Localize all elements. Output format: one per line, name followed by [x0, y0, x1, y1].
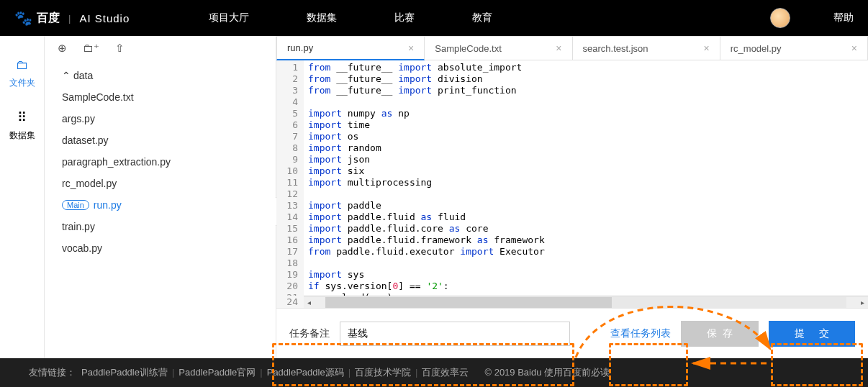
footer-copyright: © 2019 Baidu 使用百度前必读 — [484, 366, 610, 379]
close-icon[interactable]: × — [408, 42, 414, 54]
tab-label: search.test.json — [583, 43, 648, 54]
nav-projects[interactable]: 项目大厅 — [209, 12, 249, 24]
logo-studio: AI Studio — [79, 12, 130, 24]
workspace: 🗀 文件夹 ⠿ 数据集 ⊕ 🗀⁺ ⇧ ⌃ data SampleCode.txt… — [0, 36, 868, 358]
nav-education[interactable]: 教育 — [472, 12, 492, 24]
logo-divider: | — [68, 13, 71, 24]
tree-file[interactable]: vocab.py — [58, 237, 276, 259]
tree-file-main[interactable]: Main run.py — [58, 194, 276, 216]
footer-link[interactable]: PaddlePaddle训练营 — [81, 367, 168, 378]
editor-tab[interactable]: run.py× — [276, 36, 425, 60]
editor-tab[interactable]: rc_model.py× — [720, 36, 868, 60]
tree-file[interactable]: train.py — [58, 216, 276, 237]
avatar[interactable] — [770, 8, 790, 28]
tree-file[interactable]: rc_model.py — [58, 173, 276, 194]
tab-label: SampleCode.txt — [435, 43, 502, 54]
footer-label: 友情链接： — [29, 366, 76, 379]
editor-area: ◂ run.py×SampleCode.txt×search.test.json… — [276, 36, 868, 358]
upload-icon[interactable]: ⇧ — [115, 42, 125, 55]
task-note-label: 任务备注 — [289, 327, 330, 340]
tab-label: rc_model.py — [731, 43, 782, 54]
scroll-right-icon[interactable]: ▸ — [857, 299, 868, 306]
main-file-name: run.py — [94, 199, 122, 211]
tree-file[interactable]: dataset.py — [58, 129, 276, 151]
submit-button[interactable]: 提 交 — [769, 321, 855, 347]
footer: 友情链接： PaddlePaddle训练营|PaddlePaddle官网|Pad… — [0, 358, 868, 387]
scroll-left-icon[interactable]: ◂ — [304, 299, 315, 306]
left-rail: 🗀 文件夹 ⠿ 数据集 — [0, 36, 45, 358]
tree-file[interactable]: paragraph_extraction.py — [58, 151, 276, 173]
nav-competition[interactable]: 比赛 — [394, 12, 415, 24]
file-pane: ⊕ 🗀⁺ ⇧ ⌃ data SampleCode.txt args.py dat… — [45, 36, 276, 358]
tree-file[interactable]: SampleCode.txt — [58, 86, 276, 108]
editor-tab[interactable]: search.test.json× — [573, 36, 720, 60]
scroll-thumb[interactable] — [325, 297, 612, 308]
topbar: 🐾 百度 | AI Studio 项目大厅 数据集 比赛 教育 帮助 — [0, 0, 868, 36]
footer-link[interactable]: 百度效率云 — [422, 367, 469, 378]
tree-folder-data[interactable]: ⌃ data — [58, 65, 276, 86]
logo-baidu: 百度 — [37, 11, 60, 26]
dataset-icon: ⠿ — [0, 109, 44, 125]
new-folder-icon[interactable]: 🗀⁺ — [83, 42, 99, 55]
line-gutter: 1234567891011121314151617181920212223 — [276, 60, 304, 296]
help-link[interactable]: 帮助 — [833, 12, 854, 24]
rail-datasets-label: 数据集 — [9, 130, 35, 140]
bottom-bar: 任务备注 查看任务列表 保存 提 交 — [276, 308, 868, 358]
code-editor[interactable]: 1234567891011121314151617181920212223 fr… — [276, 60, 868, 296]
editor-tabs: run.py×SampleCode.txt×search.test.json×r… — [276, 36, 868, 60]
rail-datasets[interactable]: ⠿ 数据集 — [0, 102, 44, 155]
horizontal-scrollbar[interactable]: ◂ ▸ — [304, 296, 868, 308]
top-nav: 项目大厅 数据集 比赛 教育 — [209, 12, 492, 24]
close-icon[interactable]: × — [704, 42, 710, 54]
folder-name: data — [73, 70, 93, 81]
footer-link[interactable]: 百度技术学院 — [355, 367, 411, 378]
rail-files-label: 文件夹 — [9, 78, 35, 88]
footer-link[interactable]: PaddlePaddle官网 — [178, 367, 256, 378]
gutter-last: 24 — [276, 296, 304, 308]
nav-datasets[interactable]: 数据集 — [307, 12, 337, 24]
task-note-input[interactable] — [340, 322, 570, 346]
new-file-icon[interactable]: ⊕ — [58, 42, 67, 55]
folder-icon: 🗀 — [0, 58, 44, 73]
save-button[interactable]: 保存 — [681, 321, 759, 347]
chevron-down-icon: ⌃ — [62, 70, 69, 81]
footer-link[interactable]: PaddlePaddle源码 — [267, 367, 344, 378]
file-toolbar: ⊕ 🗀⁺ ⇧ — [45, 36, 276, 60]
tree-file[interactable]: args.py — [58, 108, 276, 129]
main-tag: Main — [62, 200, 89, 210]
close-icon[interactable]: × — [851, 42, 857, 54]
logo[interactable]: 🐾 百度 | AI Studio — [14, 9, 130, 27]
editor-tab[interactable]: SampleCode.txt× — [425, 36, 572, 60]
code-content[interactable]: from __future__ import absolute_importfr… — [304, 60, 868, 296]
close-icon[interactable]: × — [556, 42, 561, 54]
baidu-paw-icon: 🐾 — [14, 9, 32, 27]
view-task-list-link[interactable]: 查看任务列表 — [610, 327, 671, 340]
rail-files[interactable]: 🗀 文件夹 — [0, 50, 44, 102]
tab-label: run.py — [287, 42, 313, 53]
file-tree: ⌃ data SampleCode.txt args.py dataset.py… — [45, 60, 276, 259]
